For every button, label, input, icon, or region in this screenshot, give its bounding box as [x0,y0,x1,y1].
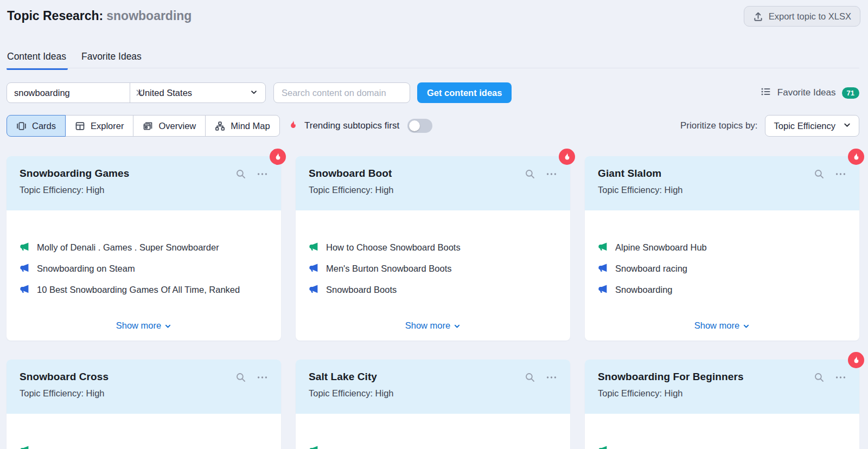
prioritize-control: Prioritize topics by: Topic Efficiency [680,115,859,137]
blue-megaphone-icon [598,284,608,297]
show-more-link[interactable]: Show more [694,320,750,332]
trending-flame-badge [848,149,864,165]
tab-bar: Content Ideas Favorite Ideas [7,51,142,70]
blue-megaphone-icon [309,263,318,275]
idea-text: 10 Best Snowboarding Games Of All Time, … [37,284,240,296]
idea-text: Molly of Denali . Games . Super Snowboar… [37,241,219,253]
idea-item[interactable]: Snowboarding on Steam [20,262,268,275]
get-content-ideas-button[interactable]: Get content ideas [417,82,512,103]
prioritize-select[interactable]: Topic Efficiency [765,115,859,137]
export-topic-button[interactable]: Export topic to XLSX [744,6,860,27]
card-header: Salt Lake City Topic Efficiency: High [296,360,570,414]
idea-item[interactable]: Alpine Snowboard Hub [598,241,846,254]
view-mindmap-label: Mind Map [231,121,270,131]
idea-item[interactable] [309,445,557,449]
trending-subtopics-control: Trending subtopics first [288,115,432,137]
green-megaphone-icon [309,242,318,254]
idea-item[interactable]: How to Choose Snowboard Boots [309,241,557,254]
topic-card-snowboard-cross: Snowboard Cross Topic Efficiency: High [7,360,281,449]
green-megaphone-icon [598,445,608,449]
search-icon[interactable] [235,372,246,383]
card-title: Snowboard Cross [20,371,108,383]
domain-search-input[interactable] [274,88,410,98]
topic-card-salt-lake-city: Salt Lake City Topic Efficiency: High [296,360,570,449]
tab-favorite-ideas[interactable]: Favorite Ideas [81,51,142,70]
card-header: Snowboarding Games Topic Efficiency: Hig… [7,156,281,210]
card-body [7,414,281,449]
topic-efficiency: Topic Efficiency: High [598,388,846,399]
topic-card-snowboarding-for-beginners: Snowboarding For Beginners Topic Efficie… [585,360,859,449]
mindmap-view-icon [215,121,225,131]
blue-megaphone-icon [20,284,29,297]
prioritize-label: Prioritize topics by: [680,120,758,131]
view-mindmap-button[interactable]: Mind Map [205,115,279,137]
list-icon [761,86,771,99]
idea-text: Men's Burton Snowboard Boots [326,262,452,274]
chevron-down-icon [164,323,171,330]
search-icon[interactable] [814,169,825,179]
more-options-icon[interactable] [835,372,846,383]
idea-text: Alpine Snowboard Hub [615,241,707,253]
idea-item[interactable] [20,445,268,449]
explorer-view-icon [75,121,85,131]
idea-item[interactable]: Molly of Denali . Games . Super Snowboar… [20,241,268,254]
domain-search-box [273,82,410,103]
idea-text: Snowboarding [615,284,673,296]
card-body: Alpine Snowboard Hub Snowboard racing Sn… [585,210,859,341]
view-toolbar: Cards Explorer Overview [0,115,868,137]
card-body [585,414,859,449]
flame-icon [288,120,298,132]
card-body [296,414,570,449]
card-body: Molly of Denali . Games . Super Snowboar… [7,210,281,341]
more-options-icon[interactable] [257,372,268,383]
overview-view-icon [143,121,153,131]
topic-efficiency: Topic Efficiency: High [20,185,268,195]
topic-research-page: Topic Research:snowboarding Export topic… [0,0,868,449]
country-select[interactable]: United States [130,83,265,102]
show-more-label: Show more [694,320,739,331]
prioritize-value: Topic Efficiency [774,121,835,131]
toggle-knob [409,120,420,131]
topic-cards-grid: Snowboarding Games Topic Efficiency: Hig… [7,156,859,449]
idea-item[interactable]: Snowboarding [598,284,846,297]
idea-text: Snowboard Boots [326,284,397,296]
topic-card-snowboarding-games: Snowboarding Games Topic Efficiency: Hig… [7,156,281,341]
view-cards-button[interactable]: Cards [7,115,66,137]
search-icon[interactable] [525,169,535,179]
search-icon[interactable] [235,169,246,179]
card-title: Salt Lake City [309,371,377,383]
page-title-prefix: Topic Research: [7,9,103,23]
show-more-link[interactable]: Show more [116,320,171,332]
view-overview-button[interactable]: Overview [133,115,206,137]
idea-item[interactable]: Snowboard Boots [309,284,557,297]
idea-item[interactable]: Men's Burton Snowboard Boots [309,262,557,275]
more-options-icon[interactable] [257,169,268,179]
tab-content-ideas[interactable]: Content Ideas [7,51,66,70]
favorite-ideas-link[interactable]: Favorite Ideas 71 [761,82,859,103]
topic-efficiency: Topic Efficiency: High [309,388,557,399]
show-more-link[interactable]: Show more [405,320,461,332]
idea-item[interactable] [598,445,846,449]
green-megaphone-icon [309,445,318,449]
topic-card-giant-slalom: Giant Slalom Topic Efficiency: High [585,156,859,341]
trending-subtopics-label: Trending subtopics first [304,120,399,131]
favorite-ideas-label: Favorite Ideas [777,87,836,98]
blue-megaphone-icon [309,284,318,297]
export-topic-label: Export topic to XLSX [769,11,851,22]
keyword-country-group: United States [7,82,266,103]
more-options-icon[interactable] [835,169,846,179]
card-body: How to Choose Snowboard Boots Men's Burt… [296,210,570,341]
card-title: Snowboarding For Beginners [598,371,744,383]
topic-efficiency: Topic Efficiency: High [598,185,846,195]
trending-subtopics-toggle[interactable] [407,119,432,133]
idea-item[interactable]: Snowboard racing [598,262,846,275]
search-row: United States Get content ideas Favorite… [0,82,868,103]
view-explorer-button[interactable]: Explorer [65,115,133,137]
keyword-input[interactable] [7,83,136,102]
more-options-icon[interactable] [546,372,557,383]
idea-item[interactable]: 10 Best Snowboarding Games Of All Time, … [20,284,268,297]
more-options-icon[interactable] [546,169,557,179]
search-icon[interactable] [525,372,535,383]
search-icon[interactable] [814,372,825,383]
chevron-down-icon [843,121,851,131]
